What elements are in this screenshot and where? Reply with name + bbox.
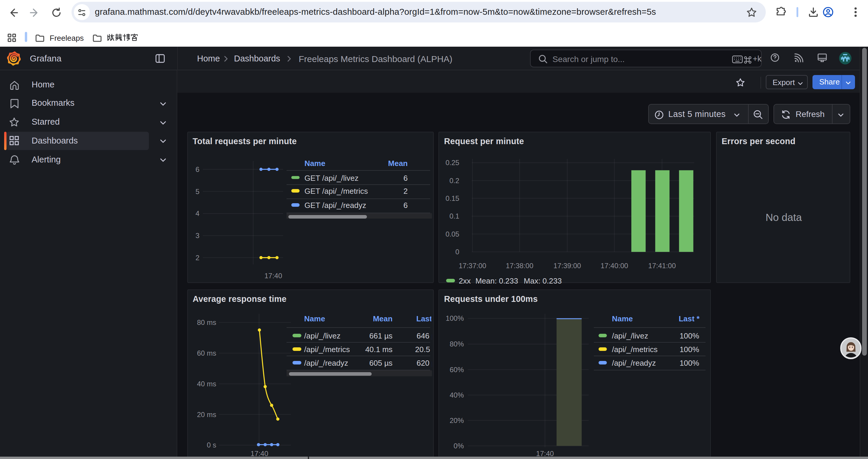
svg-text:5: 5: [195, 188, 199, 196]
svg-text:60 ms: 60 ms: [197, 349, 216, 357]
svg-text:3: 3: [195, 232, 199, 240]
svg-text:17:41:00: 17:41:00: [648, 262, 676, 270]
svg-text:4: 4: [195, 210, 199, 218]
svg-text:60%: 60%: [450, 365, 464, 373]
svg-text:2: 2: [195, 254, 199, 262]
svg-text:40 ms: 40 ms: [197, 380, 216, 388]
svg-text:20 ms: 20 ms: [197, 410, 216, 418]
svg-text:0 s: 0 s: [207, 441, 216, 449]
svg-text:0.1: 0.1: [450, 212, 459, 220]
svg-text:0: 0: [455, 248, 459, 256]
svg-text:17:39:00: 17:39:00: [553, 262, 581, 270]
svg-text:17:40:00: 17:40:00: [601, 262, 628, 270]
svg-text:0.05: 0.05: [445, 230, 459, 238]
svg-text:0.15: 0.15: [445, 194, 459, 202]
svg-text:6: 6: [195, 165, 199, 173]
svg-text:80 ms: 80 ms: [197, 319, 216, 326]
svg-text:80%: 80%: [450, 340, 464, 348]
svg-text:17:38:00: 17:38:00: [506, 262, 533, 270]
svg-text:0%: 0%: [454, 442, 464, 450]
svg-text:40%: 40%: [450, 391, 464, 399]
svg-text:0.25: 0.25: [445, 159, 459, 167]
svg-text:100%: 100%: [446, 314, 464, 322]
svg-text:17:37:00: 17:37:00: [459, 262, 486, 270]
svg-text:20%: 20%: [450, 416, 464, 424]
svg-text:17:40: 17:40: [264, 272, 282, 280]
svg-text:0.2: 0.2: [450, 177, 459, 185]
